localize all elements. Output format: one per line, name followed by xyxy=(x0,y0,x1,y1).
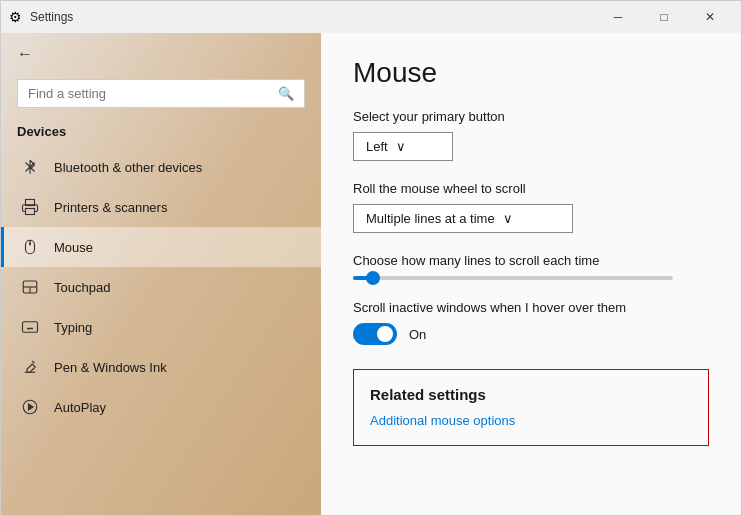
scroll-inactive-toggle-row: On xyxy=(353,323,709,345)
svg-marker-16 xyxy=(29,404,34,410)
sidebar-item-printers[interactable]: Printers & scanners xyxy=(1,187,321,227)
sidebar-item-bluetooth[interactable]: Bluetooth & other devices xyxy=(1,147,321,187)
scroll-inactive-label: Scroll inactive windows when I hover ove… xyxy=(353,300,709,315)
scroll-inactive-toggle[interactable] xyxy=(353,323,397,345)
sidebar-item-label: Printers & scanners xyxy=(54,200,167,215)
right-panel: Mouse Select your primary button Left ∨ … xyxy=(321,33,741,515)
content-area: ← 🔍 Devices Bluetooth & other devices xyxy=(1,33,741,515)
toggle-knob xyxy=(377,326,393,342)
primary-button-chevron-icon: ∨ xyxy=(396,139,406,154)
title-bar: ⚙ Settings ─ □ ✕ xyxy=(1,1,741,33)
primary-button-dropdown[interactable]: Left ∨ xyxy=(353,132,453,161)
title-bar-left: ⚙ Settings xyxy=(9,9,73,25)
minimize-button[interactable]: ─ xyxy=(595,1,641,33)
sidebar-item-label: AutoPlay xyxy=(54,400,106,415)
toggle-state-label: On xyxy=(409,327,426,342)
pen-icon xyxy=(20,357,40,377)
primary-button-label: Select your primary button xyxy=(353,109,709,124)
settings-icon: ⚙ xyxy=(9,9,22,25)
sidebar-item-label: Typing xyxy=(54,320,92,335)
typing-icon xyxy=(20,317,40,337)
sidebar-item-mouse[interactable]: Mouse xyxy=(1,227,321,267)
slider-track[interactable] xyxy=(353,276,673,280)
scroll-wheel-dropdown[interactable]: Multiple lines at a time ∨ xyxy=(353,204,573,233)
scroll-wheel-chevron-icon: ∨ xyxy=(503,211,513,226)
sidebar-item-label: Pen & Windows Ink xyxy=(54,360,167,375)
scroll-lines-label: Choose how many lines to scroll each tim… xyxy=(353,253,709,268)
sidebar-item-typing[interactable]: Typing xyxy=(1,307,321,347)
search-input[interactable] xyxy=(28,86,270,101)
svg-rect-1 xyxy=(26,209,35,215)
sidebar-item-touchpad[interactable]: Touchpad xyxy=(1,267,321,307)
maximize-button[interactable]: □ xyxy=(641,1,687,33)
scroll-wheel-label: Roll the mouse wheel to scroll xyxy=(353,181,709,196)
sidebar-section-label: Devices xyxy=(1,120,321,147)
title-bar-controls: ─ □ ✕ xyxy=(595,1,733,33)
mouse-icon xyxy=(20,237,40,257)
sidebar-item-autoplay[interactable]: AutoPlay xyxy=(1,387,321,427)
settings-window: ⚙ Settings ─ □ ✕ ← 🔍 Devices xyxy=(0,0,742,516)
close-button[interactable]: ✕ xyxy=(687,1,733,33)
printer-icon xyxy=(20,197,40,217)
page-title: Mouse xyxy=(353,57,709,89)
search-icon: 🔍 xyxy=(278,86,294,101)
slider-thumb[interactable] xyxy=(366,271,380,285)
back-button[interactable]: ← xyxy=(1,33,321,75)
bluetooth-icon xyxy=(20,157,40,177)
sidebar-item-label: Touchpad xyxy=(54,280,110,295)
title-bar-title: Settings xyxy=(30,10,73,24)
search-box[interactable]: 🔍 xyxy=(17,79,305,108)
svg-rect-8 xyxy=(23,322,38,333)
scroll-lines-slider-container xyxy=(353,276,709,280)
additional-mouse-options-link[interactable]: Additional mouse options xyxy=(370,413,515,428)
related-settings-title: Related settings xyxy=(370,386,692,403)
sidebar: ← 🔍 Devices Bluetooth & other devices xyxy=(1,33,321,515)
touchpad-icon xyxy=(20,277,40,297)
back-arrow-icon: ← xyxy=(17,45,33,63)
related-settings-box: Related settings Additional mouse option… xyxy=(353,369,709,446)
scroll-wheel-value: Multiple lines at a time xyxy=(366,211,495,226)
sidebar-item-label: Mouse xyxy=(54,240,93,255)
primary-button-value: Left xyxy=(366,139,388,154)
autoplay-icon xyxy=(20,397,40,417)
sidebar-item-pen[interactable]: Pen & Windows Ink xyxy=(1,347,321,387)
sidebar-item-label: Bluetooth & other devices xyxy=(54,160,202,175)
